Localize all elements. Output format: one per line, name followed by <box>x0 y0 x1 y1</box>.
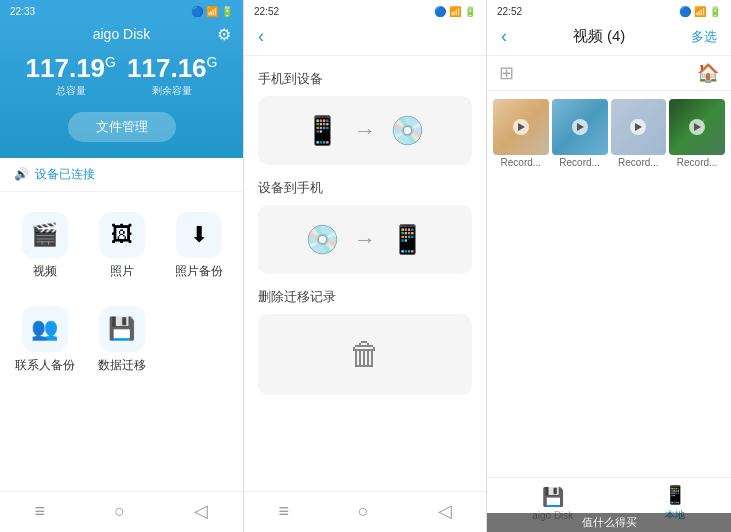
sound-icon: 🔊 <box>14 167 29 181</box>
grid-view-icon[interactable]: ⊞ <box>499 62 514 84</box>
panel-data-migration: 22:52 🔵 📶 🔋 ‹ 手机到设备 📱 → 💿 设备到手机 💿 → 📱 删除… <box>243 0 487 532</box>
video-item-1[interactable]: Record... <box>552 99 608 168</box>
video-icon: 🎬 <box>22 212 68 258</box>
video-thumb-2 <box>611 99 667 155</box>
disk-icon-2: 💿 <box>305 223 340 256</box>
second-grid-row: 👥 联系人备份 💾 数据迁移 <box>0 290 243 384</box>
video-item-2[interactable]: Record... <box>611 99 667 168</box>
photo-label: 照片 <box>110 263 134 280</box>
total-capacity-number: 117.19G <box>26 54 116 83</box>
back-icon-p2[interactable]: ◁ <box>438 500 452 522</box>
play-overlay-0 <box>513 119 529 135</box>
back-button-p2[interactable]: ‹ <box>258 26 264 46</box>
sidebar-item-video[interactable]: 🎬 视频 <box>6 202 83 290</box>
arrow-right-icon: → <box>354 118 376 144</box>
video-label-2: Record... <box>611 157 667 168</box>
contacts-backup-label: 联系人备份 <box>15 357 75 374</box>
app-title: aigo Disk <box>93 26 151 42</box>
status-icons-p3: 🔵 📶 🔋 <box>679 6 721 17</box>
device-connected-bar: 🔊 设备已连接 <box>0 158 243 192</box>
video-label-3: Record... <box>669 157 725 168</box>
menu-icon[interactable]: ≡ <box>35 501 46 522</box>
status-icons-p1: 🔵 📶 🔋 <box>191 6 233 17</box>
remaining-capacity-label: 剩余容量 <box>127 84 217 98</box>
play-triangle-icon <box>518 123 525 131</box>
video-thumb-0 <box>493 99 549 155</box>
back-icon[interactable]: ◁ <box>194 500 208 522</box>
video-thumb-1 <box>552 99 608 155</box>
delete-records-title: 删除迁移记录 <box>258 288 472 306</box>
p2-header: ‹ <box>244 20 486 56</box>
play-triangle-icon-2 <box>635 123 642 131</box>
sidebar-item-photo[interactable]: 🖼 照片 <box>83 202 160 290</box>
p3-toolbar: ⊞ 🏠 <box>487 56 731 91</box>
bottom-nav-p1: ≡ ○ ◁ <box>0 491 243 532</box>
multiselect-button[interactable]: 多选 <box>691 28 717 46</box>
home-icon[interactable]: ○ <box>114 501 125 522</box>
play-overlay-3 <box>689 119 705 135</box>
total-capacity-stat: 117.19G 总容量 <box>26 54 116 98</box>
p2-content: 手机到设备 📱 → 💿 设备到手机 💿 → 📱 删除迁移记录 🗑 <box>244 56 486 491</box>
status-icons-p2: 🔵 📶 🔋 <box>434 6 476 17</box>
trash-icon: 🗑 <box>349 336 381 373</box>
menu-icon-p2[interactable]: ≡ <box>278 501 289 522</box>
videos-title: 视频 (4) <box>573 27 626 46</box>
videos-grid: Record... Record... Record... <box>487 91 731 176</box>
sidebar-item-contacts-backup[interactable]: 👥 联系人备份 <box>6 296 83 384</box>
phone-to-device-card[interactable]: 📱 → 💿 <box>258 96 472 165</box>
video-label: 视频 <box>33 263 57 280</box>
bottom-nav-p2: ≡ ○ ◁ <box>244 491 486 532</box>
total-capacity-label: 总容量 <box>26 84 116 98</box>
time-p3: 22:52 <box>497 6 522 17</box>
home-nav-icon[interactable]: 🏠 <box>697 62 719 84</box>
video-item-0[interactable]: Record... <box>493 99 549 168</box>
phone-icon-2: 📱 <box>390 223 425 256</box>
play-overlay-1 <box>572 119 588 135</box>
time-p1: 22:33 <box>10 6 35 17</box>
play-overlay-2 <box>630 119 646 135</box>
arrow-right-icon-2: → <box>354 227 376 253</box>
data-migration-icon: 💾 <box>99 306 145 352</box>
photo-icon: 🖼 <box>99 212 145 258</box>
photo-backup-label: 照片备份 <box>175 263 223 280</box>
gear-icon[interactable]: ⚙ <box>217 25 231 44</box>
p3-header: ‹ 视频 (4) 多选 <box>487 20 731 56</box>
main-grid: 🎬 视频 🖼 照片 ⬇ 照片备份 <box>0 192 243 290</box>
video-thumb-3 <box>669 99 725 155</box>
panel-videos: 22:52 🔵 📶 🔋 ‹ 视频 (4) 多选 ⊞ 🏠 Record... <box>487 0 731 532</box>
local-nav-icon: 📱 <box>664 484 686 506</box>
video-item-3[interactable]: Record... <box>669 99 725 168</box>
remaining-capacity-number: 117.16G <box>127 54 217 83</box>
watermark: 值什么得买 <box>487 513 731 532</box>
phone-to-device-title: 手机到设备 <box>258 70 472 88</box>
play-triangle-icon-3 <box>694 123 701 131</box>
device-to-phone-title: 设备到手机 <box>258 179 472 197</box>
time-p2: 22:52 <box>254 6 279 17</box>
back-button-p3[interactable]: ‹ <box>501 26 507 47</box>
contacts-backup-icon: 👥 <box>22 306 68 352</box>
status-bar-p2: 22:52 🔵 📶 🔋 <box>244 0 486 20</box>
sidebar-item-data-migration[interactable]: 💾 数据迁移 <box>83 296 160 384</box>
video-label-1: Record... <box>552 157 608 168</box>
sidebar-item-photo-backup[interactable]: ⬇ 照片备份 <box>160 202 237 290</box>
data-migration-label: 数据迁移 <box>98 357 146 374</box>
delete-records-card[interactable]: 🗑 <box>258 314 472 395</box>
phone-icon: 📱 <box>305 114 340 147</box>
video-label-0: Record... <box>493 157 549 168</box>
status-bar-p3: 22:52 🔵 📶 🔋 <box>487 0 731 20</box>
photo-backup-icon: ⬇ <box>176 212 222 258</box>
disk-nav-icon: 💾 <box>542 486 564 508</box>
remaining-capacity-stat: 117.16G 剩余容量 <box>127 54 217 98</box>
file-management-button[interactable]: 文件管理 <box>68 112 176 142</box>
panel-aigo-disk: 22:33 🔵 📶 🔋 aigo Disk ⚙ 117.19G 总容量 117.… <box>0 0 243 532</box>
play-triangle-icon-1 <box>577 123 584 131</box>
home-icon-p2[interactable]: ○ <box>358 501 369 522</box>
status-bar-p1: 22:33 🔵 📶 🔋 <box>0 0 243 20</box>
device-to-phone-card[interactable]: 💿 → 📱 <box>258 205 472 274</box>
disk-icon: 💿 <box>390 114 425 147</box>
